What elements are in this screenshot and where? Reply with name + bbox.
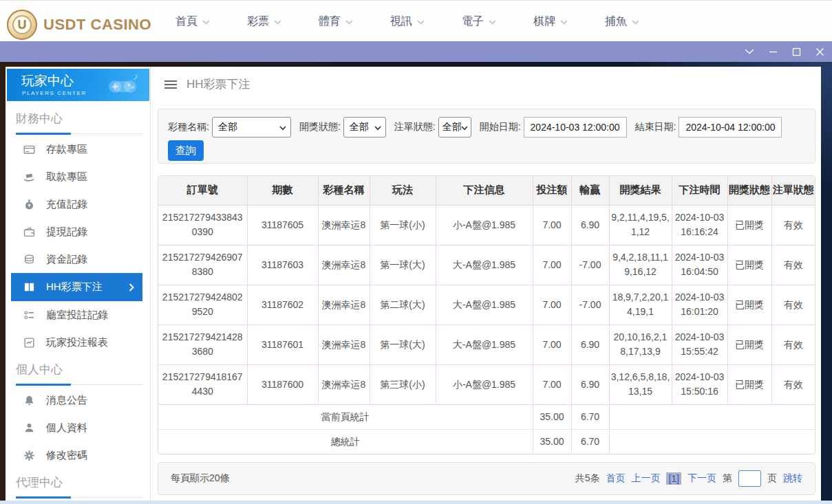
nav-item-4[interactable]: 視訊 (372, 1, 443, 42)
app-area: 玩家中心 PLAYERS CENTER 財務中心存款專區取款專區充值記錄提現記錄… (6, 67, 821, 501)
chevron-down-icon (374, 126, 381, 131)
table-cell: 第一球(大) (370, 245, 436, 285)
summary-empty-cell (609, 429, 815, 454)
table-cell: 已開獎 (727, 285, 771, 325)
sidebar-item-廳室投註記錄[interactable]: 廳室投註記錄 (6, 301, 150, 329)
table-cell: 7.00 (533, 245, 571, 285)
table-cell: 2024-10-03 16:01:20 (672, 285, 727, 325)
first-page-link[interactable]: 首页 (606, 472, 625, 485)
nav-item-2[interactable]: 彩票 (228, 1, 300, 42)
table-row: 215217279424802952031187602澳洲幸运8第二球(大)大-… (158, 285, 815, 325)
sidebar-item-取款專區[interactable]: 取款專區 (6, 163, 150, 190)
password-icon (23, 450, 35, 461)
column-header: 玩法 (370, 176, 436, 205)
profile-icon (23, 422, 35, 434)
top-header: U USDT CASINO 首頁彩票體育視訊電子棋牌捕魚 (0, 0, 832, 41)
lottery-name-select[interactable]: 全部 (212, 117, 291, 138)
sidebar-item-存款專區[interactable]: 存款專區 (6, 135, 150, 163)
section-underline (16, 494, 143, 498)
lottery-bet-icon (23, 281, 35, 293)
summary-row: 當前頁統計35.006.70 (158, 404, 815, 429)
column-header: 開獎狀態 (727, 176, 771, 205)
sidebar-item-HH彩票下注[interactable]: HH彩票下注 (11, 273, 142, 301)
search-button[interactable]: 查詢 (168, 140, 204, 161)
nav-item-7[interactable]: 捕魚 (586, 1, 658, 42)
nav-item-3[interactable]: 體育 (300, 1, 372, 42)
table-cell: 有效 (771, 245, 815, 285)
chevron-down-icon (417, 20, 425, 25)
sidebar-title: 玩家中心 (21, 72, 74, 90)
logo-u-badge: U (12, 15, 32, 34)
maximize-button[interactable] (792, 47, 801, 56)
nav-item-5[interactable]: 電子 (443, 1, 515, 42)
sidebar-item-充值記錄[interactable]: 充值記錄 (6, 190, 150, 218)
table-cell: 澳洲幸运8 (318, 205, 370, 245)
column-header: 彩種名稱 (318, 176, 370, 205)
sidebar-item-label: HH彩票下注 (46, 281, 103, 294)
next-page-link[interactable]: 下一页 (687, 472, 716, 485)
sidebar-item-修改密碼[interactable]: 修改密碼 (6, 441, 150, 469)
table-cell: 18,9,7,2,20,14,19,1 (609, 285, 672, 325)
lottery-name-value: 全部 (218, 121, 237, 133)
sidebar-subtitle: PLAYERS CENTER (22, 90, 87, 96)
minimize-button[interactable] (769, 47, 778, 56)
withdraw-icon (23, 171, 35, 183)
sidebar-item-label: 玩家投注報表 (46, 336, 108, 349)
table-cell: 大-A盤@1.985 (436, 285, 533, 325)
bottom-edge (0, 501, 832, 504)
start-date-label: 開始日期: (480, 121, 521, 133)
end-date-input[interactable]: 2024-10-04 12:00:00 (679, 117, 782, 138)
current-page-badge: [1] (666, 472, 681, 485)
summary-bet-total: 35.00 (533, 429, 571, 454)
table-cell: 有效 (771, 205, 815, 245)
sidebar-item-玩家投注報表[interactable]: 玩家投注報表 (6, 329, 150, 356)
summary-label: 總統計 (158, 429, 533, 454)
dropdown-chevron-icon[interactable] (745, 49, 754, 54)
draw-status-select[interactable]: 全部 (343, 117, 386, 138)
sidebar: 玩家中心 PLAYERS CENTER 財務中心存款專區取款專區充值記錄提現記錄… (6, 67, 151, 501)
sidebar-section-title: 個人中心 (16, 362, 150, 377)
table-cell: 第二球(大) (370, 285, 436, 325)
table-cell: 第一球(小) (370, 205, 436, 245)
table-cell: 7.00 (533, 285, 571, 325)
sidebar-item-提現記錄[interactable]: 提現記錄 (6, 218, 150, 245)
nav-item-label: 電子 (462, 14, 484, 29)
table-cell: 2152172794214283680 (158, 325, 247, 364)
sidebar-item-個人資料[interactable]: 個人資料 (6, 414, 150, 441)
jump-button[interactable]: 跳转 (783, 472, 802, 485)
summary-row: 總統計35.006.70 (158, 429, 815, 454)
prev-page-link[interactable]: 上一页 (631, 472, 660, 485)
table-cell: 小-A盤@1.985 (436, 205, 533, 245)
table-cell: 小-A盤@1.985 (436, 364, 533, 404)
sidebar-section-title: 代理中心 (16, 474, 150, 490)
table-cell: 20,10,16,2,18,17,13,9 (609, 325, 672, 364)
order-status-select[interactable]: 全部 (438, 117, 471, 138)
sidebar-item-label: 修改密碼 (46, 449, 87, 462)
start-date-input[interactable]: 2024-10-03 12:00:00 (524, 117, 627, 138)
nav-item-1[interactable]: 首頁 (157, 1, 228, 42)
sidebar-item-消息公告[interactable]: 消息公告 (6, 386, 150, 414)
lottery-name-label: 彩種名稱: (168, 121, 209, 133)
sidebar-item-label: 存款專區 (46, 143, 87, 156)
nav-item-6[interactable]: 棋牌 (515, 1, 586, 42)
table-cell: 第一球(大) (370, 325, 436, 364)
jump-suffix-text: 页 (767, 472, 777, 485)
summary-empty-cell (609, 404, 815, 429)
page-title: HH彩票下注 (186, 76, 250, 92)
table-cell: 澳洲幸运8 (318, 364, 370, 404)
sidebar-item-資金記錄[interactable]: 資金記錄 (6, 245, 150, 273)
sidebar-item-label: 提現記錄 (46, 226, 87, 239)
pagination-bar: 每頁顯示20條 共5条 首页 上一页 [1] 下一页 第 页 跳转 (158, 462, 815, 495)
nav-item-label: 首頁 (175, 14, 198, 29)
bets-table-container: 訂單號期數彩種名稱玩法下注信息投注額輸贏開獎結果下注時間開獎狀態注單狀態 215… (158, 175, 815, 454)
close-button[interactable] (815, 47, 824, 56)
chevron-down-icon (345, 20, 353, 25)
hamburger-icon[interactable] (164, 80, 177, 89)
page-number-input[interactable] (738, 470, 761, 487)
table-cell: 31187600 (247, 364, 318, 404)
chevron-down-icon (202, 20, 210, 25)
sidebar-header: 玩家中心 PLAYERS CENTER (7, 69, 149, 101)
logo: U USDT CASINO (7, 10, 151, 40)
column-header: 開獎結果 (609, 176, 672, 205)
column-header: 投注額 (533, 176, 571, 205)
